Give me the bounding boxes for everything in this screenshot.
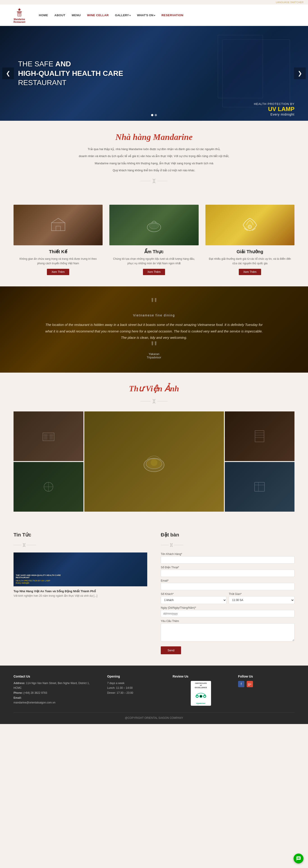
hero-dot-1[interactable]	[151, 114, 153, 116]
footer-contact-email[interactable]: Email: mandarine@orientalsaigon.com.vn	[13, 695, 98, 705]
footer-follow: Follow Us f g+	[238, 675, 295, 706]
hero-prev-button[interactable]: ❮	[2, 67, 14, 79]
hero-section: ❮ THE SAFE AND HIGH-QUALITY HEALTH CARE …	[0, 26, 308, 121]
card-design-btn[interactable]: Xem Thêm	[47, 269, 69, 275]
card-award: Giải Thưởng Đạt nhiều giải thưởng danh g…	[205, 205, 295, 275]
google-plus-button[interactable]: g+	[247, 681, 253, 687]
card-food-btn[interactable]: Xem Thêm	[143, 269, 165, 275]
gallery-img-dining[interactable]	[225, 462, 295, 512]
nav-whats-on-label: WHAT'S ON	[137, 13, 155, 17]
main-nav: HOME ABOUT MENU WINE CELLAR GALLERY WHAT…	[39, 13, 183, 17]
nav-home[interactable]: HOME	[39, 13, 48, 17]
news-ornament	[13, 542, 147, 548]
svg-point-10	[149, 223, 159, 229]
form-date-input[interactable]	[161, 610, 295, 617]
gallery-grid	[13, 411, 295, 512]
hero-next-button[interactable]: ❯	[294, 67, 306, 79]
reservation-section: Đặt bàn Tên Khách Hàng* Số Điện Thoại* E…	[161, 532, 295, 654]
svg-rect-8	[56, 226, 61, 231]
svg-rect-18	[49, 434, 53, 440]
card-award-title: Giải Thưởng	[205, 249, 295, 254]
news-title: Tin Tức	[13, 532, 147, 538]
footer-review-title: Review Us	[173, 675, 229, 678]
nav-wine-cellar[interactable]: WINE CELLAR	[87, 13, 109, 17]
gallery-img-interior[interactable]	[13, 462, 83, 512]
card-food-desc: Chúng tôi lựa chọn những nguyên liệu tươ…	[109, 257, 198, 266]
nav-menu[interactable]: MENU	[72, 13, 81, 17]
footer-follow-title: Follow Us	[238, 675, 295, 678]
form-guests-time-row: Số Khách* 1 khách 2 khách 3 khách 4 khác…	[161, 592, 295, 606]
gallery-img-restaurant[interactable]	[13, 411, 83, 461]
testimonial-section: " Vietnamese fine dining The location of…	[0, 286, 308, 373]
tripadvisor-label: tripadvisor	[196, 702, 205, 704]
svg-point-43	[196, 695, 198, 696]
hero-midnight: Every midnight	[254, 113, 295, 116]
gallery-title: Thư Viện Ảnh	[13, 384, 295, 393]
hero-uv-promo: HEALTH PROTECTION BY UV LAMP Every midni…	[254, 102, 295, 116]
reservation-title: Đặt bàn	[161, 532, 295, 538]
news-article-title[interactable]: Top Nhà Hàng Việt An Toàn và Sống Động N…	[13, 589, 147, 593]
site-header: Mandarine Restaurant HOME ABOUT MENU WIN…	[0, 4, 308, 26]
nav-gallery-dropdown[interactable]: GALLERY	[115, 13, 131, 17]
about-ornament	[45, 178, 263, 184]
form-guests-label: Số Khách*	[161, 592, 227, 596]
hero-uv-highlight: UV LAMP	[254, 105, 295, 113]
logo-text: Mandarine Restaurant	[13, 18, 25, 24]
svg-point-44	[204, 695, 205, 696]
form-phone-group: Số Điện Thoại*	[161, 566, 295, 577]
nav-whats-on-dropdown[interactable]: WHAT'S ON	[137, 13, 155, 17]
tripadvisor-logo	[195, 690, 207, 701]
card-award-image	[205, 205, 295, 245]
form-phone-input[interactable]	[161, 570, 295, 577]
form-guests-select[interactable]: 1 khách 2 khách 3 khách 4 khách 5+ khách	[161, 596, 227, 604]
card-food-image	[109, 205, 198, 245]
hero-dot-2[interactable]	[155, 114, 157, 116]
nav-reservation[interactable]: RESERVATION	[162, 13, 183, 17]
gallery-img-food-center[interactable]	[84, 411, 224, 512]
card-food: Ẩm Thực Chúng tôi lựa chọn những nguyên …	[109, 205, 198, 275]
form-email-input[interactable]	[161, 583, 295, 590]
about-para4: Quý khách hàng không thể tìm thấy ở bất …	[45, 168, 263, 173]
footer-opening: Opening 7 days a week Lunch: 11:30 – 14:…	[107, 675, 164, 706]
gallery-right	[225, 411, 295, 512]
logo[interactable]: Mandarine Restaurant	[13, 7, 25, 24]
hero-uv-label: HEALTH PROTECTION BY	[254, 102, 295, 105]
svg-point-11	[248, 225, 252, 228]
gallery-ornament	[13, 398, 295, 405]
about-para3: Mandarine mang lại bầu không khí thượng …	[45, 161, 263, 166]
form-time-select[interactable]: 11:30 SA 12:00 SA 12:30 SA 13:00 CH 17:3…	[229, 596, 295, 604]
card-design: Thiết Kế Không gian ấn chứa sang trọng v…	[13, 205, 103, 275]
facebook-button[interactable]: f	[238, 681, 244, 687]
nav-about[interactable]: ABOUT	[54, 13, 65, 17]
form-date-label: Ngày (Dd/Ngày/Tháng/Năm)*	[161, 606, 295, 609]
svg-point-25	[150, 459, 158, 466]
about-para1: Trải qua hai thập kỷ, nhà hàng Mandarine…	[45, 147, 263, 152]
form-time-label: Thời Gian*	[229, 592, 295, 596]
footer-opening-title: Opening	[107, 675, 164, 678]
svg-rect-7	[52, 223, 65, 231]
about-section: Nhà hàng Mandarine Trải qua hai thập kỷ,…	[0, 121, 308, 200]
language-switcher-link[interactable]: LANGUAGE SWITCHER	[276, 1, 304, 4]
gallery-img-bar[interactable]	[225, 411, 295, 461]
form-guests-group: Số Khách* 1 khách 2 khách 3 khách 4 khác…	[161, 592, 227, 604]
logo-icon	[14, 7, 25, 18]
news-article-excerpt: Với kinh nghiệm hơn 20 năm trong ngành ẩ…	[13, 594, 147, 597]
news-article-image[interactable]: THE SAFE AND HIGH-QUALITY HEALTH CARERES…	[13, 553, 147, 586]
card-award-btn[interactable]: Xem Thêm	[239, 269, 261, 275]
cards-section: Thiết Kế Không gian ấn chứa sang trọng v…	[0, 200, 308, 287]
footer-contact-title: Contact Us	[13, 675, 98, 678]
news-reservation-section: Tin Tức THE SAFE AND HIGH-QUALITY HEALTH…	[0, 521, 308, 665]
footer-review: Review Us CERTIFICATEofEXCELLENCE	[173, 675, 229, 706]
footer-email-link[interactable]: mandarine@orientalsaigon.com.vn	[13, 700, 98, 705]
card-food-title: Ẩm Thực	[109, 249, 198, 254]
site-footer: Contact Us Address: 11A Ngo Van Nam Stre…	[0, 665, 308, 724]
svg-rect-1	[18, 12, 22, 13]
form-name-group: Tên Khách Hàng*	[161, 553, 295, 563]
tripadvisor-badge[interactable]: CERTIFICATEofEXCELLENCE	[173, 681, 229, 706]
footer-opening-lunch: Lunch: 11:30 – 14:00	[107, 686, 164, 691]
footer-opening-days: 7 days a week	[107, 681, 164, 686]
form-name-input[interactable]	[161, 556, 295, 563]
form-notes-textarea[interactable]	[161, 623, 295, 642]
reservation-send-button[interactable]: Send	[161, 646, 181, 654]
gallery-section: Thư Viện Ảnh	[0, 373, 308, 521]
